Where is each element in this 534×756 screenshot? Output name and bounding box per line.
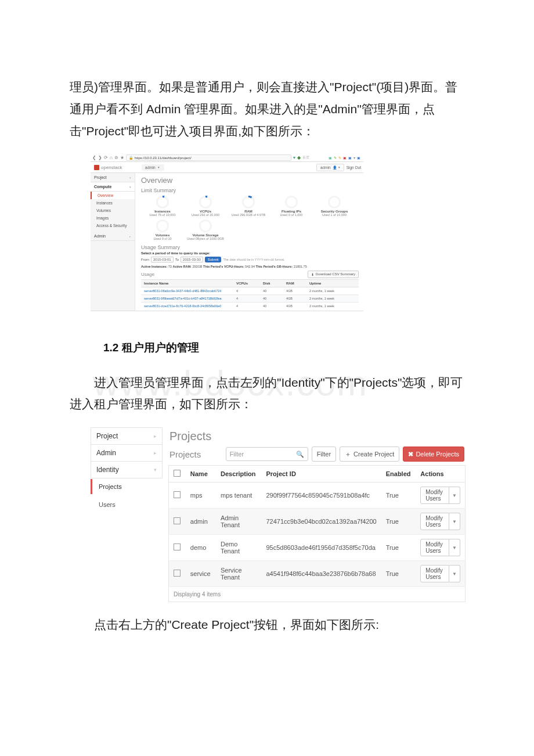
col-name: Name [186,466,216,483]
row-actions[interactable]: Modify Users▼ [420,539,460,556]
limit-gauge: Security GroupsUsed 1 of 10,000 [313,196,356,217]
limit-sub: Used 1 of 10,000 [322,213,347,217]
row-actions[interactable]: Modify Users▼ [420,487,460,504]
sidebar-item-overview[interactable]: Overview [91,192,135,199]
usage-table: Instance Name VCPUs Disk RAM Uptime serv… [141,279,359,309]
col-ram: RAM [283,279,306,287]
to-label: To [175,258,179,261]
user-menu[interactable]: admin👤▾ [316,164,344,171]
nav-star-icon[interactable]: ★ [120,155,124,160]
instance-link[interactable]: server8031-dced731e-8c76-4218-0bc8-24c80… [141,302,233,309]
sidebar-item-volumes[interactable]: Volumes [91,207,135,214]
plus-icon: ＋ [345,450,351,459]
dropdown-caret-icon[interactable]: ▼ [449,487,460,504]
limit-sub: Used 0Bytes of 1000.0GB [187,237,224,241]
page-title: Projects [169,430,466,443]
limit-gauge: RAMUsed 296.0GB of 4.9TB [227,196,270,217]
usage-summary-heading: Usage Summary [141,244,359,250]
search-sep: ▾ [293,155,295,160]
limit-gauge: VCPUsUsed 292 of 20,000 [184,196,227,217]
sidebar-item-images[interactable]: Images [91,214,135,222]
x-icon: ✖ [408,451,413,458]
modify-users-button[interactable]: Modify Users [420,565,449,582]
delete-projects-button[interactable]: ✖Delete Projects [403,447,464,462]
paragraph-2: 进入管理员管理界面，点击左列的"Identity"下的"Projects"选项，… [70,372,464,416]
chevron-right-icon: ▸ [154,450,157,456]
sign-out-link[interactable]: Sign Out [347,165,361,170]
sidebar-sec-project[interactable]: Project▾ [91,173,135,182]
instance-link[interactable]: server8031-9f9beaa67cf7a-401c-b437-a8417… [141,294,233,302]
modify-users-button[interactable]: Modify Users [420,539,449,556]
sidebar-sec-admin[interactable]: Admin▸ [91,444,163,461]
sidebar-sec-compute[interactable]: Compute▾ [91,182,135,192]
filter-button[interactable]: Filter [312,447,336,462]
nav-reload-icon[interactable]: ⟳ [104,155,108,160]
gauge-icon [199,219,212,232]
period-label: Select a period of time to query its usa… [141,251,359,255]
paragraph-1: 理员)管理界面。如果是普通用户，则会直接进入"Project"(项目)界面。普通… [70,76,464,142]
browser-right-icons[interactable]: ▣✎✎▣▣▾▣ [328,156,362,160]
sidebar-sec-identity[interactable]: Identity▾ [91,461,163,478]
search-icon[interactable]: 🔍 [296,451,304,458]
checkbox-all[interactable] [174,470,181,477]
cell-pid: a4541f948f6c44baa3e23876b6b78a68 [261,561,381,587]
nav-home-icon[interactable]: ⌂ [110,155,113,160]
gauge-icon [285,196,298,208]
col-desc: Description [216,466,262,483]
limit-gauge: VolumesUsed 0 of 10 [141,219,184,241]
nav-menu-icon[interactable]: ⊚ [114,155,118,160]
summary-line: Active Instances: 73 Active RAM: 292GB T… [141,265,359,268]
instance-link[interactable]: server8031-08a6cc9e-3437-44b0-d481-8843c… [141,287,233,294]
table-row: demoDemo Tenant95c5d8603ade46f1956d7d358… [169,535,466,561]
dropdown-caret-icon[interactable]: ▼ [449,565,460,582]
row-checkbox[interactable] [174,543,181,550]
download-csv-button[interactable]: ⬇Download CSV Summary [308,271,359,278]
limit-gauge: Volume StorageUsed 0Bytes of 1000.0GB [184,219,227,241]
cell-name: mps [186,483,216,509]
modify-users-button[interactable]: Modify Users [420,513,449,530]
submit-button[interactable]: Submit [205,257,222,262]
search-engine-icon[interactable]: ◆ [297,155,301,160]
openstack-logo[interactable]: openstack [91,165,138,170]
row-actions[interactable]: Modify Users▼ [420,513,460,530]
date-hint: The date should be in YYYY-mm-dd format. [223,258,284,261]
sidebar-item-projects[interactable]: Projects [91,479,163,494]
sidebar-sec-project[interactable]: Project▸ [91,427,163,444]
col-vcpus: VCPUs [233,279,260,287]
from-date-input[interactable]: 2015-03-01 [151,257,174,262]
row-actions[interactable]: Modify Users▼ [420,565,460,582]
filter-input[interactable]: Filter 🔍 [226,447,308,461]
sidebar-item-users[interactable]: Users [91,497,163,512]
panel-title: Projects [169,449,201,459]
cell-desc: Demo Tenant [216,535,262,561]
tenant-dropdown[interactable]: admin▾ [142,164,164,171]
row-checkbox[interactable] [174,491,181,498]
sidebar-item-instances[interactable]: Instances [91,199,135,207]
paragraph-3: 点击右上方的"Create Project"按钮，界面如下图所示: [70,614,464,636]
col-actions: Actions [416,466,465,483]
nav-fwd-icon[interactable]: ❯ [98,155,102,160]
gauge-icon [328,196,341,208]
table-row: server8031-dced731e-8c76-4218-0bc8-24c80… [141,302,359,309]
cell-enabled: True [381,535,416,561]
limit-summary-heading: Limit Summary [141,188,359,193]
sidebar-item-access[interactable]: Access & Security [91,222,135,229]
dropdown-caret-icon[interactable]: ▼ [449,539,460,556]
url-bar[interactable]: 🔒https://10.0.23.11/dashboard/project/ [126,154,291,161]
dropdown-caret-icon[interactable]: ▼ [449,513,460,530]
sidebar-sec-admin[interactable]: Admin▸ [91,232,135,241]
row-checkbox[interactable] [174,570,181,577]
table-footer: Displaying 4 items [169,587,466,602]
row-checkbox[interactable] [174,517,181,524]
cell-enabled: True [381,483,416,509]
modify-users-button[interactable]: Modify Users [420,487,449,504]
col-disk: Disk [260,279,283,287]
nav-back-icon[interactable]: ❮ [92,155,96,160]
limit-sub: Used 0 of 1,000 [280,213,303,217]
sidebar: Project▾ Compute▾ Overview Instances Vol… [91,173,135,310]
table-row: server8031-08a6cc9e-3437-44b0-d481-8843c… [141,287,359,294]
create-project-button[interactable]: ＋Create Project [340,447,399,462]
to-date-input[interactable]: 2015-03-30 [181,257,203,262]
limit-sub: Used 75 of 10,000 [150,213,176,217]
cell-desc: Admin Tenant [216,509,262,535]
